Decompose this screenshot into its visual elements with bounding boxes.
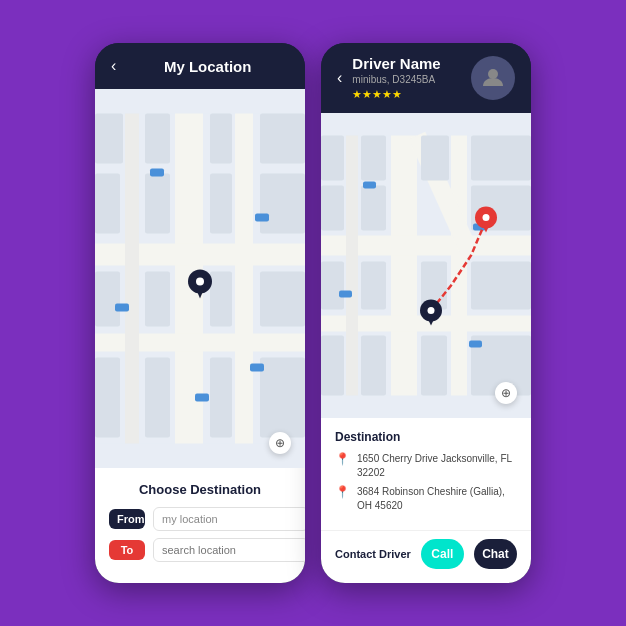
right-phone: ‹ Driver Name minibus, D3245BA ★★★★★	[321, 43, 531, 583]
call-button[interactable]: Call	[421, 539, 464, 569]
svg-rect-53	[363, 182, 376, 189]
svg-rect-7	[145, 114, 170, 164]
svg-rect-19	[145, 358, 170, 438]
address1-text: 1650 Cherry Drive Jacksonville, FL 32202	[357, 452, 517, 480]
driver-info: Driver Name minibus, D3245BA ★★★★★	[352, 55, 461, 101]
crosshair-right[interactable]: ⊕	[495, 382, 517, 404]
svg-rect-55	[339, 291, 352, 298]
svg-rect-9	[260, 114, 305, 164]
driver-stars: ★★★★★	[352, 88, 461, 101]
right-map: ⊕	[321, 113, 531, 418]
svg-point-30	[488, 69, 498, 79]
svg-rect-8	[210, 114, 232, 164]
to-input[interactable]	[153, 538, 305, 562]
svg-rect-50	[361, 336, 386, 396]
svg-rect-17	[260, 272, 305, 327]
address2-row: 📍 3684 Robinson Cheshire (Gallia), OH 45…	[335, 485, 517, 513]
svg-rect-18	[95, 358, 120, 438]
to-row: To	[109, 538, 291, 562]
svg-rect-12	[210, 174, 232, 234]
svg-rect-24	[115, 304, 129, 312]
back-button-left[interactable]: ‹	[111, 57, 116, 75]
svg-point-29	[196, 278, 204, 286]
destination-panel: Destination 📍 1650 Cherry Drive Jacksonv…	[321, 418, 531, 530]
svg-rect-6	[95, 114, 123, 164]
svg-rect-4	[235, 114, 253, 444]
address1-row: 📍 1650 Cherry Drive Jacksonville, FL 322…	[335, 452, 517, 480]
svg-rect-32	[391, 136, 417, 396]
left-bottom-panel: Choose Destination From To	[95, 468, 305, 583]
svg-rect-43	[361, 186, 386, 231]
back-button-right[interactable]: ‹	[337, 69, 342, 87]
svg-rect-22	[150, 169, 164, 177]
svg-rect-56	[469, 341, 482, 348]
svg-rect-15	[145, 272, 170, 327]
avatar	[471, 56, 515, 100]
svg-point-62	[483, 214, 490, 221]
svg-point-59	[428, 307, 435, 314]
driver-header: ‹ Driver Name minibus, D3245BA ★★★★★	[321, 43, 531, 113]
svg-rect-26	[195, 394, 209, 402]
svg-rect-48	[471, 262, 531, 310]
destination-title: Destination	[335, 430, 517, 444]
svg-rect-38	[321, 136, 344, 181]
svg-rect-20	[210, 358, 232, 438]
svg-rect-11	[145, 174, 170, 234]
address2-icon: 📍	[335, 485, 350, 499]
from-row: From	[109, 507, 291, 531]
choose-destination-title: Choose Destination	[109, 482, 291, 497]
from-label: From	[109, 509, 145, 529]
crosshair-left[interactable]: ⊕	[269, 432, 291, 454]
svg-rect-46	[361, 262, 386, 310]
driver-name: Driver Name	[352, 55, 461, 72]
svg-rect-45	[321, 262, 344, 310]
svg-rect-51	[421, 336, 447, 396]
svg-rect-14	[95, 272, 120, 327]
left-phone: ‹ My Location	[95, 43, 305, 583]
svg-rect-39	[361, 136, 386, 181]
svg-rect-16	[210, 272, 232, 327]
svg-rect-40	[421, 136, 449, 181]
svg-rect-5	[125, 114, 139, 444]
svg-rect-21	[260, 358, 305, 438]
svg-rect-23	[255, 214, 269, 222]
from-input[interactable]	[153, 507, 305, 531]
svg-rect-42	[321, 186, 344, 231]
address1-icon: 📍	[335, 452, 350, 466]
chat-button[interactable]: Chat	[474, 539, 517, 569]
left-title: My Location	[126, 58, 289, 75]
svg-rect-49	[321, 336, 344, 396]
contact-section: Contact Driver Call Chat	[321, 530, 531, 583]
svg-rect-25	[250, 364, 264, 372]
svg-rect-41	[471, 136, 531, 181]
address2-text: 3684 Robinson Cheshire (Gallia), OH 4562…	[357, 485, 517, 513]
left-map: ⊕	[95, 89, 305, 468]
svg-rect-13	[260, 174, 305, 234]
left-header: ‹ My Location	[95, 43, 305, 89]
svg-rect-10	[95, 174, 120, 234]
contact-driver-label: Contact Driver	[335, 547, 411, 561]
svg-rect-36	[346, 136, 358, 396]
to-label: To	[109, 540, 145, 560]
driver-vehicle: minibus, D3245BA	[352, 74, 461, 85]
